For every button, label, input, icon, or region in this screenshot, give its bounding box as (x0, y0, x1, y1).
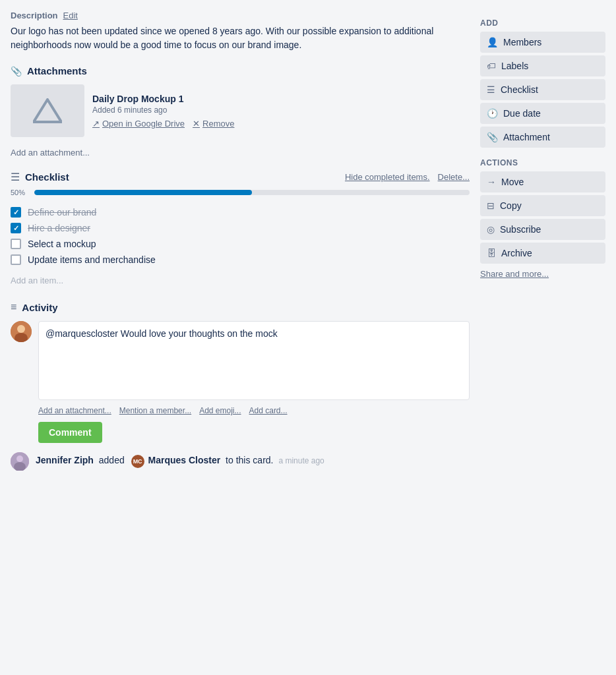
label-icon: 🏷 (487, 61, 496, 71)
add-checklist-item[interactable]: Add an item... (11, 273, 470, 288)
attachment-time: Added 6 minutes ago (92, 105, 470, 115)
add-members-button[interactable]: 👤 Members (480, 32, 605, 53)
checkmark-1: ✓ (13, 208, 19, 217)
open-gdrive-link[interactable]: ↗ Open in Google Drive (92, 119, 185, 129)
archive-icon: 🗄 (487, 248, 496, 258)
paperclip-icon (11, 66, 22, 76)
checklist-item-text-1: Define our brand (28, 207, 96, 218)
sidebar: Add 👤 Members 🏷 Labels ☰ Checklist 🕐 Due… (480, 11, 605, 664)
comment-toolbar: Add an attachment... Mention a member...… (38, 406, 470, 415)
add-emoji-link[interactable]: Add emoji... (199, 406, 241, 415)
checklist-header-actions: Hide completed items. Delete... (345, 172, 470, 182)
description-text: Our logo has not been updated since we o… (11, 24, 470, 52)
main-content: Description Edit Our logo has not been u… (11, 11, 470, 664)
archive-button[interactable]: 🗄 Archive (480, 243, 605, 264)
delete-checklist-link[interactable]: Delete... (438, 172, 470, 182)
attachment-actions: ↗ Open in Google Drive ✕ Remove (92, 119, 470, 129)
checklist-item-2: ✓ Hire a designer (11, 220, 470, 236)
member-icon: 👤 (487, 37, 498, 47)
comment-row: @marquescloster Would love your thoughts… (11, 321, 470, 443)
checklist-header-left: ☰ Checklist (11, 171, 69, 183)
checklist-sidebar-icon: ☰ (487, 84, 495, 95)
copy-icon: ⊟ (487, 200, 495, 211)
description-label: Description (11, 11, 58, 20)
svg-point-3 (17, 325, 25, 333)
comment-button[interactable]: Comment (38, 422, 102, 443)
add-attachment-link[interactable]: Add an attachment... (11, 148, 90, 158)
checklist-item-3: Select a mockup (11, 236, 470, 252)
checklist-items: ✓ Define our brand ✓ Hire a designer Sel… (11, 204, 470, 268)
progress-row: 50% (11, 189, 470, 196)
attachments-title: Attachments (27, 65, 87, 76)
checklist-checkbox-4[interactable] (11, 254, 21, 265)
activity-icon: ≡ (11, 301, 16, 313)
attachments-header: Attachments (11, 65, 470, 76)
subscribe-icon: ◎ (487, 224, 495, 235)
checklist-section: ☰ Checklist Hide completed items. Delete… (11, 171, 470, 288)
attachment-item: Daily Drop Mockup 1 Added 6 minutes ago … (11, 84, 470, 137)
description-header: Description Edit (11, 11, 470, 20)
attachment-thumbnail (11, 84, 84, 137)
sidebar-add-title: Add (480, 18, 605, 28)
hide-completed-link[interactable]: Hide completed items. (345, 172, 430, 182)
add-checklist-button[interactable]: ☰ Checklist (480, 79, 605, 100)
checklist-item: ✓ Define our brand (11, 204, 470, 220)
copy-button[interactable]: ⊟ Copy (480, 195, 605, 216)
svg-marker-0 (34, 100, 61, 122)
checkmark-2: ✓ (13, 224, 19, 233)
activity-log-item: Jennifer Ziph added MC Marques Closter t… (11, 450, 470, 473)
activity-title: Activity (22, 302, 57, 313)
checklist-item-text-4: Update items and merchandise (28, 254, 156, 265)
sidebar-actions-title: Actions (480, 158, 605, 167)
add-attachment-button[interactable]: 📎 Attachment (480, 127, 605, 148)
mention-member-link[interactable]: Mention a member... (119, 406, 191, 415)
checklist-checkbox-1[interactable]: ✓ (11, 207, 21, 218)
attachment-name: Daily Drop Mockup 1 (92, 94, 470, 104)
checklist-checkbox-3[interactable] (11, 239, 21, 249)
attachments-section: Attachments Daily Drop Mockup 1 Added 6 … (11, 65, 470, 158)
description-edit-link[interactable]: Edit (63, 11, 78, 20)
share-link[interactable]: Share and more... (480, 269, 605, 279)
checklist-header: ☰ Checklist Hide completed items. Delete… (11, 171, 470, 183)
commenter-avatar (11, 321, 32, 342)
progress-percent: 50% (11, 189, 29, 196)
activity-header: ≡ Activity (11, 301, 470, 313)
move-icon: → (487, 177, 496, 187)
activity-log-text: Jennifer Ziph added MC Marques Closter t… (36, 455, 324, 468)
external-link-icon: ↗ (92, 119, 100, 129)
add-card-link[interactable]: Add card... (249, 406, 288, 415)
progress-bar-bg (34, 190, 470, 195)
attachment-icon: 📎 (487, 132, 498, 142)
activity-log-avatar (11, 452, 29, 471)
progress-bar-fill (34, 190, 252, 195)
comment-box: @marquescloster Would love your thoughts… (38, 321, 470, 443)
gdrive-icon (33, 98, 62, 123)
comment-textarea[interactable]: @marquescloster Would love your thoughts… (38, 321, 470, 400)
checklist-checkbox-2[interactable]: ✓ (11, 223, 21, 233)
mentioned-user-avatar: MC (131, 455, 144, 468)
activity-section: ≡ Activity @marquescloster Would love yo… (11, 301, 470, 473)
svg-point-6 (16, 455, 23, 462)
due-date-icon: 🕐 (487, 108, 498, 119)
checklist-icon: ☰ (11, 171, 20, 183)
add-due-date-button[interactable]: 🕐 Due date (480, 103, 605, 124)
attachment-info: Daily Drop Mockup 1 Added 6 minutes ago … (92, 94, 470, 129)
checklist-item-text-2: Hire a designer (28, 223, 90, 233)
subscribe-button[interactable]: ◎ Subscribe (480, 219, 605, 240)
move-button[interactable]: → Move (480, 171, 605, 192)
remove-icon: ✕ (193, 119, 200, 129)
add-attachment-comment-link[interactable]: Add an attachment... (38, 406, 111, 415)
add-labels-button[interactable]: 🏷 Labels (480, 55, 605, 76)
checklist-title: Checklist (25, 171, 69, 183)
checklist-item-text-3: Select a mockup (28, 239, 96, 249)
checklist-item-4: Update items and merchandise (11, 252, 470, 268)
remove-attachment-link[interactable]: ✕ Remove (193, 119, 234, 129)
